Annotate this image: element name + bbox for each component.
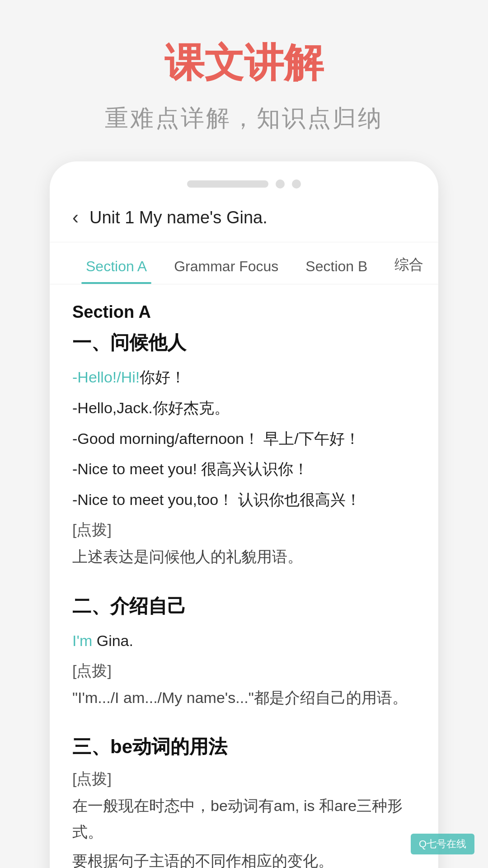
- block-introduce: 二、介绍自己 I'm Gina. [点拨] "I'm.../I am.../My…: [72, 594, 416, 711]
- subsection-title-2: 二、介绍自己: [72, 594, 416, 619]
- line-good-morning: -Good morning/afternoon！ 早上/下午好！: [72, 426, 416, 452]
- block-be-verb: 三、be动词的用法 [点拨] 在一般现在时态中，be动词有am, is 和are…: [72, 734, 416, 868]
- line-hello: -Hello!/Hi!你好！: [72, 364, 416, 391]
- block-greetings: 一、问候他人 -Hello!/Hi!你好！ -Hello,Jack.你好杰克。 …: [72, 330, 416, 570]
- tip-label-2: [点拨]: [72, 660, 416, 681]
- subsection-title-3: 三、be动词的用法: [72, 734, 416, 760]
- tip-content-3: 在一般现在时态中，be动词有am, is 和are三种形式。: [72, 793, 416, 845]
- tab-grammar-focus[interactable]: Grammar Focus: [160, 245, 292, 284]
- tab-section-a[interactable]: Section A: [72, 245, 160, 284]
- tab-section-b[interactable]: Section B: [292, 245, 381, 284]
- page-subtitle: 重难点详解，知识点归纳: [105, 103, 383, 134]
- line-im-gina: I'm Gina.: [72, 628, 416, 654]
- page-title: 课文讲解: [164, 36, 324, 90]
- tab-zonghe[interactable]: 综合: [381, 242, 437, 284]
- phone-dot-2: [292, 179, 301, 189]
- tip-label-3: [点拨]: [72, 769, 416, 789]
- line-nice-to-meet: -Nice to meet you! 很高兴认识你！: [72, 456, 416, 482]
- phone-dot-1: [276, 179, 285, 189]
- highlight-im: I'm: [72, 632, 92, 649]
- tip-extra-1: 要根据句子主语的不同作相应的变化。: [72, 848, 416, 868]
- line-nice-too: -Nice to meet you,too！ 认识你也很高兴！: [72, 487, 416, 513]
- content-area: Section A 一、问候他人 -Hello!/Hi!你好！ -Hello,J…: [50, 284, 438, 868]
- highlight-hello: -Hello!/Hi!: [72, 368, 140, 386]
- phone-top-bar: [50, 179, 438, 189]
- nav-bar: ‹ Unit 1 My name's Gina.: [50, 202, 438, 242]
- phone-notch: [187, 180, 268, 188]
- line-hello-jack: -Hello,Jack.你好杰克。: [72, 395, 416, 421]
- tip-content-1: 上述表达是问候他人的礼貌用语。: [72, 544, 416, 570]
- back-icon[interactable]: ‹: [72, 207, 79, 228]
- section-title: Section A: [72, 302, 416, 322]
- phone-mockup: ‹ Unit 1 My name's Gina. Section A Gramm…: [50, 161, 438, 868]
- tabs-bar: Section A Grammar Focus Section B 综合: [50, 242, 438, 284]
- subsection-title-1: 一、问候他人: [72, 330, 416, 355]
- tip-label-1: [点拨]: [72, 519, 416, 540]
- tip-content-2: "I'm.../I am.../My name's..."都是介绍自己的用语。: [72, 685, 416, 711]
- watermark: Q七号在线: [411, 834, 474, 854]
- nav-title: Unit 1 My name's Gina.: [89, 208, 267, 227]
